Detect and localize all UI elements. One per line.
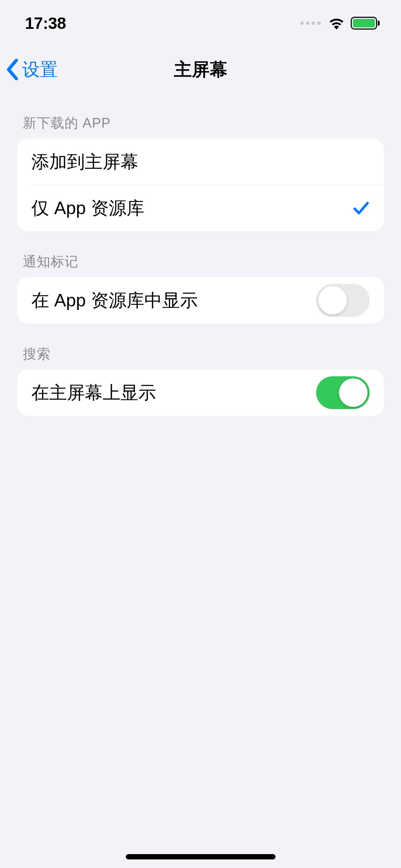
section-header-search: 搜索 [17, 324, 384, 370]
row-label: 在 App 资源库中显示 [31, 289, 198, 312]
nav-bar: 设置 主屏幕 [0, 46, 401, 93]
section-header-badges: 通知标记 [17, 231, 384, 277]
row-show-in-library: 在 App 资源库中显示 [17, 277, 384, 324]
group-new-apps: 添加到主屏幕 仅 App 资源库 [17, 139, 384, 231]
home-indicator[interactable] [126, 854, 276, 859]
option-add-to-home[interactable]: 添加到主屏幕 [17, 139, 384, 185]
back-button[interactable]: 设置 [6, 58, 58, 82]
checkmark-icon [353, 200, 370, 216]
content: 新下载的 APP 添加到主屏幕 仅 App 资源库 通知标记 在 App 资源库… [0, 93, 401, 416]
toggle-show-on-home[interactable] [316, 376, 370, 409]
status-time: 17:38 [25, 14, 66, 33]
page-title: 主屏幕 [0, 58, 401, 82]
battery-icon [351, 17, 380, 30]
toggle-show-in-library[interactable] [316, 284, 370, 317]
wifi-icon [328, 17, 345, 30]
option-label: 添加到主屏幕 [31, 150, 138, 174]
option-app-library-only[interactable]: 仅 App 资源库 [17, 185, 384, 231]
group-search: 在主屏幕上显示 [17, 370, 384, 416]
section-header-new-apps: 新下载的 APP [17, 93, 384, 139]
row-label: 在主屏幕上显示 [31, 381, 156, 405]
row-show-on-home: 在主屏幕上显示 [17, 370, 384, 416]
chevron-left-icon [6, 59, 19, 80]
signal-dots-icon [300, 21, 321, 25]
option-label: 仅 App 资源库 [31, 196, 144, 220]
group-badges: 在 App 资源库中显示 [17, 277, 384, 324]
status-bar: 17:38 [0, 0, 401, 46]
back-label: 设置 [22, 58, 58, 82]
status-indicators [300, 17, 380, 30]
